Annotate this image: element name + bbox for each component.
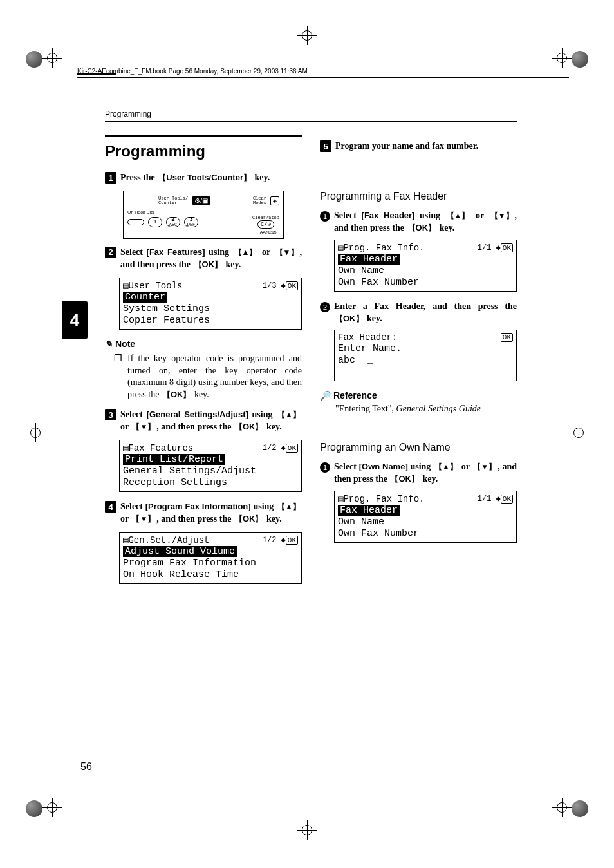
right-column: 5 Program your name and fax number. Prog…: [320, 135, 517, 593]
figure-code: AAN215F: [127, 230, 279, 234]
note-item: ❐ If the key operator code is programmed…: [114, 353, 302, 402]
chapter-tab: 4: [62, 301, 88, 339]
lcd-title: Fax Features: [128, 443, 193, 453]
lcd-screen-prog-fax-info-a: ▤Prog. Fax Info.1/1 ◆OK Fax Header Own N…: [334, 240, 517, 292]
lcd-item-selected: Adjust Sound Volume: [123, 546, 237, 557]
step-number-icon: 2: [105, 247, 116, 258]
substep-b1: 1 Select [Own Name] using 【▲】 or 【▼】, an…: [320, 461, 517, 486]
subsection-heading: Programming a Fax Header: [320, 191, 517, 202]
lcd-title: Fax Header:: [338, 332, 397, 343]
lcd-item: Reception Settings: [123, 477, 298, 488]
lcd-item: Program Fax Information: [123, 558, 298, 569]
control-panel-illustration: User Tools/ Counter ⚙/▣ Clear Modes ◈ On…: [123, 191, 284, 239]
separator: [320, 184, 517, 184]
step-text: Select [Own Name] using 【▲】 or 【▼】, and …: [334, 461, 517, 486]
lcd-item: General Settings/Adjust: [123, 466, 298, 476]
step-text: Program your name and fax number.: [335, 140, 478, 153]
note-heading: ✎Note: [105, 339, 302, 349]
magnifier-icon: 🔎: [320, 390, 331, 401]
lcd-item: Own Name: [338, 265, 513, 276]
key-name: User Tools/Counter: [166, 173, 243, 182]
circled-number-icon: 1: [320, 462, 330, 473]
lcd-page: 1/1: [478, 495, 492, 504]
lcd-item-selected: Print List/Report: [123, 454, 225, 465]
bullet-icon: ❐: [114, 353, 122, 402]
lcd-item: On Hook Release Time: [123, 569, 298, 580]
lcd-title: Gen.Set./Adjust: [128, 535, 209, 545]
lcd-item: Own Fax Number: [338, 528, 513, 539]
lcd-page: 1/2: [263, 536, 277, 545]
crop-mark: [26, 798, 62, 820]
header-rule: [77, 73, 116, 75]
lcd-item-selected: Fax Header: [338, 505, 400, 516]
lcd-title: Prog. Fax Info.: [343, 243, 424, 253]
crop-mark: [569, 423, 588, 445]
lcd-prompt: Enter Name.: [338, 343, 513, 354]
lcd-page: 1/1: [478, 243, 492, 252]
step-5: 5 Program your name and fax number.: [320, 140, 517, 153]
step-text: Enter a Fax Header, and then press the 【…: [334, 301, 517, 325]
lcd-item: Own Name: [338, 516, 513, 527]
label: Clear/Stop: [252, 216, 279, 220]
separator: [320, 435, 517, 435]
step-number-icon: 4: [105, 501, 116, 513]
lcd-title: User Tools: [128, 281, 182, 291]
step-number-icon: 1: [105, 172, 116, 184]
lcd-item: System Settings: [123, 303, 298, 314]
lcd-screen-fax-header-entry: Fax Header:OK Enter Name. abc │_: [334, 330, 517, 381]
lcd-screen-gen-set: ▤Gen.Set./Adjust1/2 ◆OK Adjust Sound Vol…: [119, 532, 302, 584]
subsection-heading: Programming an Own Name: [320, 442, 517, 453]
label: On Hook Dial: [127, 210, 154, 214]
step-number-icon: 3: [105, 409, 116, 420]
crop-mark: [26, 423, 45, 445]
lcd-item-selected: Counter: [123, 292, 167, 303]
section-title: Programming: [105, 135, 302, 160]
step-3: 3 Select [General Settings/Adjust] using…: [105, 409, 302, 433]
lcd-cursor: _: [367, 355, 373, 366]
lcd-item-selected: Fax Header: [338, 254, 400, 265]
pencil-icon: ✎: [105, 339, 113, 349]
lcd-title: Prog. Fax Info.: [343, 494, 424, 504]
crop-mark: [552, 798, 588, 820]
step-4: 4 Select [Program Fax Information] using…: [105, 501, 302, 525]
step-1: 1 Press the 【User Tools/Counter】 key.: [105, 172, 302, 184]
step-2: 2 Select [Fax Features] using 【▲】 or 【▼】…: [105, 247, 302, 271]
keypad-1-icon: 1: [148, 217, 162, 227]
lcd-screen-prog-fax-info-b: ▤Prog. Fax Info.1/1 ◆OK Fax Header Own N…: [334, 491, 517, 543]
lcd-page: 1/3: [263, 281, 277, 290]
running-head: Programming: [105, 109, 517, 122]
lcd-page: 1/2: [263, 444, 277, 453]
circled-number-icon: 1: [320, 211, 330, 222]
step-text: Select [Fax Features] using 【▲】 or 【▼】, …: [120, 247, 302, 271]
note-text: If the key operator code is programmed a…: [127, 354, 302, 400]
user-tools-button-icon: ⚙/▣: [192, 196, 210, 205]
crop-mark: [297, 820, 317, 842]
keypad-3-icon: 3DEF: [184, 217, 198, 227]
clear-stop-button-icon: C/⊘: [257, 220, 274, 229]
substep-a2: 2 Enter a Fax Header, and then press the…: [320, 301, 517, 325]
step-text: Select [General Settings/Adjust] using 【…: [120, 409, 302, 433]
on-hook-dial-button-icon: [127, 219, 144, 225]
step-text: Select [Fax Header] using 【▲】 or 【▼】, an…: [334, 210, 517, 234]
text: Press the: [120, 173, 157, 182]
crop-mark: [297, 26, 317, 48]
lcd-screen-user-tools: ▤User Tools1/3 ◆OK Counter System Settin…: [119, 278, 302, 330]
text: key.: [252, 173, 270, 182]
label: Clear Modes: [253, 196, 266, 205]
lcd-item: Copier Features: [123, 315, 298, 326]
step-text: Press the 【User Tools/Counter】 key.: [120, 172, 270, 184]
clear-modes-button-icon: ◈: [270, 196, 279, 205]
lcd-mode: abc: [338, 355, 355, 366]
page-number: 56: [80, 761, 92, 773]
circled-number-icon: 2: [320, 302, 330, 312]
page-content: Programming 1 Press the 【User Tools/Coun…: [105, 135, 517, 593]
step-number-icon: 5: [320, 140, 331, 152]
crop-mark: [26, 48, 62, 70]
lcd-screen-fax-features: ▤Fax Features1/2 ◆OK Print List/Report G…: [119, 440, 302, 492]
crop-mark: [552, 48, 588, 70]
reference-body: "Entering Text", General Settings Guide: [335, 403, 517, 415]
source-file-header: Kir-C2-AEcombine_F_FM.book Page 56 Monda…: [77, 68, 569, 78]
label: User Tools/ Counter: [158, 196, 188, 205]
reference-heading: 🔎Reference: [320, 390, 517, 401]
step-text: Select [Program Fax Information] using 【…: [120, 501, 302, 525]
